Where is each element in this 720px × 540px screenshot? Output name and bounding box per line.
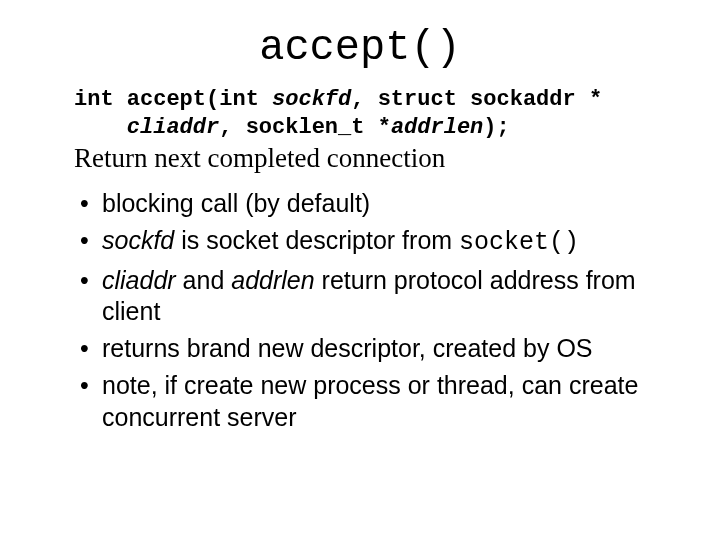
bullet-text-ital: cliaddr — [102, 266, 176, 294]
slide-title: accept() — [44, 24, 676, 72]
list-item: cliaddr and addrlen return protocol addr… — [80, 265, 676, 328]
bullet-text-ital: addrlen — [231, 266, 314, 294]
sig-param-addrlen: addrlen — [391, 115, 483, 140]
bullet-text: note, if create new process or thread, c… — [102, 371, 638, 430]
slide-subtitle: Return next completed connection — [74, 143, 676, 174]
sig-text: int accept(int — [74, 87, 272, 112]
bullet-list: blocking call (by default) sockfd is soc… — [44, 188, 676, 433]
list-item: note, if create new process or thread, c… — [80, 370, 676, 433]
function-signature: int accept(int sockfd, struct sockaddr *… — [74, 86, 676, 141]
sig-param-cliaddr: cliaddr — [127, 115, 219, 140]
list-item: returns brand new descriptor, created by… — [80, 333, 676, 364]
list-item: blocking call (by default) — [80, 188, 676, 219]
sig-text: ); — [483, 115, 509, 140]
sig-param-sockfd: sockfd — [272, 87, 351, 112]
bullet-text-mono: socket() — [459, 228, 579, 257]
sig-text: , socklen_t * — [219, 115, 391, 140]
bullet-text: returns brand new descriptor, created by… — [102, 334, 593, 362]
bullet-text: and — [176, 266, 232, 294]
slide: accept() int accept(int sockfd, struct s… — [0, 0, 720, 540]
bullet-text: is socket descriptor from — [174, 226, 459, 254]
bullet-text-ital: sockfd — [102, 226, 174, 254]
list-item: sockfd is socket descriptor from socket(… — [80, 225, 676, 258]
sig-text: , struct sockaddr * — [351, 87, 602, 112]
bullet-text: blocking call (by default) — [102, 189, 370, 217]
sig-indent — [74, 115, 127, 140]
